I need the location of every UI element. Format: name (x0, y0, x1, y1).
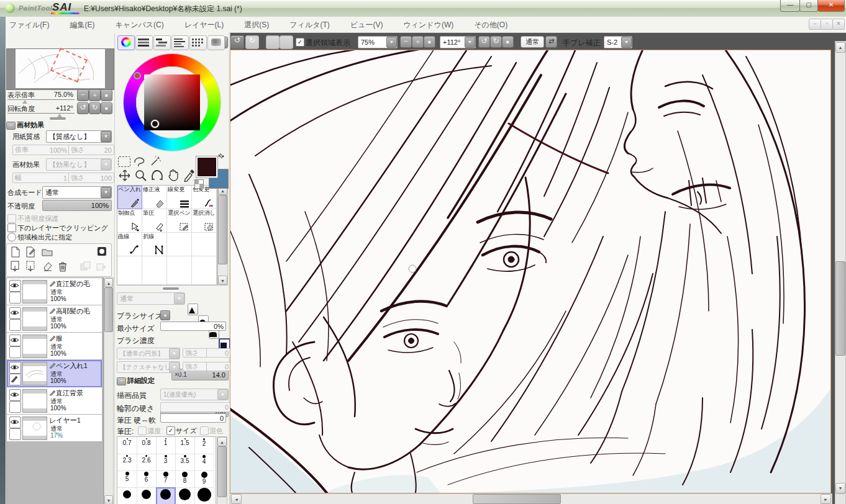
blend-mode-dropdown-icon[interactable] (101, 187, 111, 198)
layer-extra-checkbox[interactable] (9, 401, 21, 413)
menu-layer[interactable]: レイヤー(L) (175, 17, 234, 32)
size-cell-selected[interactable] (156, 487, 176, 504)
zoom-combo[interactable]: 75% (358, 36, 398, 48)
nav-rotate-ccw-button[interactable] (77, 102, 89, 114)
tool-polyline[interactable]: 折線 (142, 233, 167, 256)
hand-tool[interactable] (166, 168, 180, 182)
clear-layer-icon[interactable] (42, 261, 53, 272)
canvas-hscroll-thumb[interactable] (473, 494, 561, 504)
tool-correction-fluid[interactable]: 修正液 (142, 186, 167, 209)
blend-mode-combo[interactable]: 通常 (42, 186, 112, 199)
color-mixer-tab[interactable] (171, 35, 189, 50)
layer-extra-checkbox[interactable] (9, 292, 21, 304)
shape-strength-input[interactable]: 0 (206, 348, 231, 358)
layer-row[interactable]: 服 通常 100% (7, 333, 102, 360)
tool-pen[interactable]: ペン入れ (117, 186, 142, 209)
swatches-tab[interactable] (189, 35, 207, 50)
size-scroll-up-button[interactable] (217, 437, 227, 446)
size-cell[interactable]: 2 (194, 437, 214, 454)
angle-slider-track[interactable] (7, 113, 75, 114)
invert-selection-button[interactable] (280, 35, 293, 49)
new-layer-icon[interactable] (11, 246, 20, 258)
paint-mode-button[interactable]: 通常 (521, 36, 544, 48)
pressure-mix-checkbox[interactable] (200, 426, 209, 435)
brush-size-unit-dropdown[interactable] (160, 310, 170, 320)
size-cell[interactable]: 3 (156, 454, 176, 471)
material-collapse-button[interactable] (6, 122, 16, 130)
rotate-reset-button[interactable] (502, 36, 514, 48)
canvas-scroll-right-button[interactable] (821, 494, 831, 504)
size-cell[interactable]: 1.5 (175, 437, 195, 454)
nav-zoom-out-button[interactable] (77, 89, 89, 101)
nav-zoom-reset-button[interactable] (101, 89, 112, 101)
brush-shape-combo[interactable]: 【通常の円形】 (117, 348, 180, 359)
selection-source-radio[interactable] (7, 233, 16, 241)
size-cell[interactable]: 1 (156, 437, 176, 454)
canvas-vscroll-thumb[interactable] (835, 261, 845, 356)
redo-button[interactable] (245, 35, 259, 49)
menu-edit[interactable]: 編集(E) (61, 17, 104, 32)
brush-edge-hard-button[interactable] (188, 304, 198, 315)
zoom-out-button[interactable] (400, 36, 412, 48)
size-cell[interactable] (117, 487, 137, 504)
canvas-scroll-left-button[interactable] (231, 494, 242, 504)
layer-scroll-up-button[interactable] (104, 278, 113, 287)
size-cell[interactable]: 8 (175, 470, 195, 488)
mdi-restore-button[interactable]: ▫ (821, 19, 833, 30)
rotate-cw-button[interactable] (490, 36, 502, 48)
tool-empty-cell[interactable] (142, 256, 167, 285)
tool-curve[interactable]: 曲線 (117, 233, 142, 256)
brush-blend-combo[interactable]: 通常 (117, 292, 185, 305)
size-cell[interactable] (137, 487, 157, 504)
canvas-scroll-down-button[interactable] (835, 483, 845, 493)
size-cell[interactable]: 2.6 (137, 454, 157, 471)
transparent-color-toggle[interactable] (194, 179, 204, 189)
size-cell[interactable]: 2.3 (117, 454, 137, 471)
stabilizer-combo[interactable]: S-2 (604, 36, 632, 48)
layer-visible-checkbox[interactable] (9, 280, 21, 292)
layer-row[interactable]: 直江髪の毛 通常 100% (7, 278, 102, 305)
paper-texture-combo[interactable]: 【質感なし】 (46, 130, 112, 143)
edge-hardness-input[interactable]: 0 (160, 402, 231, 412)
zoom-slider-marker[interactable] (22, 100, 27, 104)
brush-texture-combo[interactable]: 【テクスチャなし】 (117, 361, 180, 373)
opacity-slider[interactable]: 100% (42, 200, 112, 211)
material-effect-combo[interactable]: 【効果なし】 (46, 158, 112, 171)
angle-dropdown-icon[interactable] (465, 37, 475, 48)
mdi-close-button[interactable]: ✕ (832, 19, 845, 30)
tool-empty-cell[interactable] (167, 233, 192, 256)
menu-canvas[interactable]: キャンバス(C) (106, 17, 173, 32)
mdi-minimize-button[interactable]: − (809, 19, 821, 30)
zoom-reset-button[interactable] (424, 36, 435, 48)
canvas[interactable] (230, 50, 831, 493)
layer-visible-checkbox[interactable] (9, 362, 21, 374)
flip-view-button[interactable] (545, 36, 557, 48)
tool-select-eraser[interactable]: 選択消し (192, 209, 217, 233)
size-cell[interactable]: 4 (194, 454, 214, 471)
lasso-tool[interactable] (133, 155, 147, 168)
zoom-tool[interactable] (134, 169, 148, 182)
tool-empty-cell[interactable] (117, 256, 142, 285)
size-cell[interactable]: 0.7 (117, 437, 137, 454)
pressure-hardsoft-input[interactable]: 0 (160, 413, 226, 423)
primary-color-swatch[interactable] (196, 156, 217, 178)
size-cell[interactable]: 7 (156, 470, 176, 488)
zoom-in-button[interactable] (412, 36, 424, 48)
tool-line-change[interactable]: 線変更 (167, 186, 192, 209)
rect-select-tool[interactable] (118, 156, 130, 167)
angle-combo[interactable]: +112° (440, 36, 476, 48)
hsv-slider-tab[interactable] (153, 35, 171, 50)
canvas-scroll-up-button[interactable] (835, 42, 845, 53)
navigator-thumbnail[interactable] (6, 48, 114, 90)
layer-mask-icon[interactable] (98, 247, 106, 256)
min-size-input[interactable]: 0% (160, 322, 226, 331)
menu-file[interactable]: ファイル(F) (0, 17, 58, 32)
nav-rotate-cw-button[interactable] (89, 102, 101, 114)
new-folder-icon[interactable] (42, 247, 53, 256)
stabilizer-dropdown-icon[interactable] (621, 37, 632, 48)
layer-row-selected[interactable]: ペン入れ1 通常 100% (7, 360, 102, 387)
size-cell[interactable]: 5 (117, 470, 137, 488)
size-cell[interactable]: 9 (194, 470, 214, 488)
size-scroll-thumb[interactable] (217, 446, 227, 497)
layer-visible-checkbox[interactable] (9, 335, 21, 346)
